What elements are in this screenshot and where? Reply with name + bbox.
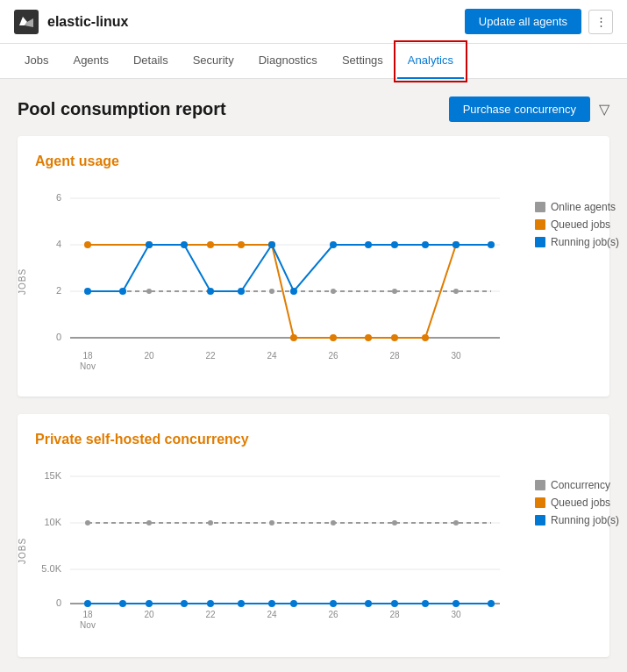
svg-point-80: [290, 600, 297, 607]
svg-text:18: 18: [82, 610, 93, 619]
main-content: Pool consumption report Purchase concurr…: [0, 79, 627, 672]
svg-text:22: 22: [205, 351, 216, 361]
agent-usage-legend: Online agents Queued jobs Running job(s): [535, 183, 627, 248]
page-title: Pool consumption report: [18, 99, 226, 119]
svg-point-22: [331, 289, 336, 294]
svg-text:26: 26: [328, 610, 338, 619]
nav-item-security[interactable]: Security: [182, 44, 245, 79]
logo: [14, 10, 39, 34]
svg-point-36: [84, 288, 91, 295]
agent-usage-card: Agent usage JOBS 6 4 2 0 18 Nov: [18, 136, 609, 397]
nav-item-agents[interactable]: Agents: [62, 44, 118, 79]
svg-point-28: [238, 241, 245, 248]
svg-point-71: [392, 520, 397, 525]
svg-point-72: [453, 520, 459, 525]
legend-label-concurrency-running: Running job(s): [551, 514, 619, 526]
nav-item-settings[interactable]: Settings: [331, 44, 394, 79]
legend-label-running-jobs: Running job(s): [551, 236, 619, 248]
svg-text:4: 4: [56, 239, 61, 249]
page-header: Pool consumption report Purchase concurr…: [18, 97, 609, 122]
concurrency-svg: 15K 10K 5.0K 0 18 Nov 20 22 24 26: [61, 461, 517, 637]
legend-dot-concurrency-queued: [535, 497, 545, 508]
legend-label-concurrency-queued: Queued jobs: [551, 497, 610, 509]
legend-dot-concurrency: [535, 480, 545, 490]
svg-point-74: [119, 600, 126, 607]
svg-point-81: [330, 600, 337, 607]
svg-point-85: [452, 600, 460, 607]
svg-point-67: [146, 520, 152, 525]
nav-item-diagnostics[interactable]: Diagnostics: [248, 44, 328, 79]
agent-usage-chart-area: JOBS 6 4 2 0 18 Nov 20 22: [35, 183, 592, 379]
concurrency-legend: Concurrency Queued jobs Running job(s): [535, 461, 627, 526]
svg-point-41: [238, 288, 245, 295]
svg-text:0: 0: [56, 597, 61, 608]
nav-item-details[interactable]: Details: [123, 44, 179, 79]
svg-point-42: [268, 241, 275, 248]
legend-label-queued-jobs: Queued jobs: [551, 218, 610, 231]
svg-point-40: [207, 288, 214, 295]
svg-point-49: [488, 241, 495, 248]
svg-text:Nov: Nov: [80, 361, 96, 371]
nav-item-analytics[interactable]: Analytics: [397, 44, 464, 79]
svg-text:26: 26: [328, 351, 338, 361]
svg-point-23: [392, 289, 397, 294]
svg-point-76: [181, 600, 188, 607]
svg-text:20: 20: [144, 610, 154, 619]
svg-text:30: 30: [451, 610, 461, 619]
svg-point-75: [146, 600, 153, 607]
svg-point-44: [330, 241, 337, 248]
svg-text:0: 0: [56, 332, 61, 342]
svg-text:6: 6: [56, 192, 61, 203]
legend-dot-running-jobs: [535, 237, 545, 247]
svg-point-46: [391, 241, 398, 248]
page-header-actions: Purchase concurrency ▽: [449, 97, 609, 122]
legend-running-jobs: Running job(s): [535, 236, 627, 248]
svg-text:5.0K: 5.0K: [41, 563, 61, 574]
svg-point-73: [84, 600, 91, 607]
svg-point-24: [453, 289, 459, 294]
agent-usage-y-label: JOBS: [18, 268, 27, 294]
concurrency-card: Private self-hosted concurrency JOBS 15K…: [18, 414, 609, 657]
nav-item-jobs[interactable]: Jobs: [14, 44, 59, 79]
svg-point-19: [146, 289, 152, 294]
svg-text:2: 2: [56, 285, 61, 296]
svg-point-70: [331, 520, 336, 525]
svg-text:24: 24: [267, 351, 277, 361]
page-org-title: elastic-linux: [47, 14, 128, 30]
svg-point-45: [365, 241, 372, 248]
svg-point-25: [84, 241, 91, 248]
svg-text:24: 24: [267, 610, 277, 619]
svg-point-83: [391, 600, 398, 607]
legend-concurrency-queued: Queued jobs: [535, 497, 627, 509]
purchase-concurrency-button[interactable]: Purchase concurrency: [449, 97, 590, 122]
svg-point-79: [268, 600, 275, 607]
filter-icon[interactable]: ▽: [599, 101, 609, 118]
update-agents-button[interactable]: Update all agents: [465, 9, 581, 34]
app-header: elastic-linux Update all agents ⋮: [0, 0, 627, 44]
nav-bar: Jobs Agents Details Security Diagnostics…: [0, 44, 627, 79]
more-options-button[interactable]: ⋮: [588, 10, 613, 34]
legend-online-agents: Online agents: [535, 201, 627, 213]
svg-point-78: [238, 600, 245, 607]
svg-text:15K: 15K: [44, 470, 61, 481]
svg-point-38: [146, 241, 153, 248]
legend-concurrency: Concurrency: [535, 479, 627, 491]
header-left: elastic-linux: [14, 10, 128, 34]
svg-text:30: 30: [451, 351, 461, 361]
concurrency-title: Private self-hosted concurrency: [35, 432, 592, 447]
svg-point-77: [207, 600, 214, 607]
svg-text:10K: 10K: [44, 517, 61, 527]
svg-point-27: [207, 241, 214, 248]
svg-point-82: [365, 600, 372, 607]
agent-usage-chart-wrapper: JOBS 6 4 2 0 18 Nov 20 22: [35, 183, 517, 379]
svg-point-43: [290, 288, 297, 295]
svg-text:28: 28: [389, 351, 400, 361]
svg-point-66: [85, 520, 90, 525]
svg-point-34: [422, 334, 429, 341]
svg-point-48: [452, 241, 460, 248]
svg-text:Nov: Nov: [80, 620, 96, 630]
svg-point-68: [208, 520, 213, 525]
svg-point-21: [269, 289, 274, 294]
header-actions: Update all agents ⋮: [465, 9, 613, 34]
svg-text:18: 18: [82, 351, 93, 361]
